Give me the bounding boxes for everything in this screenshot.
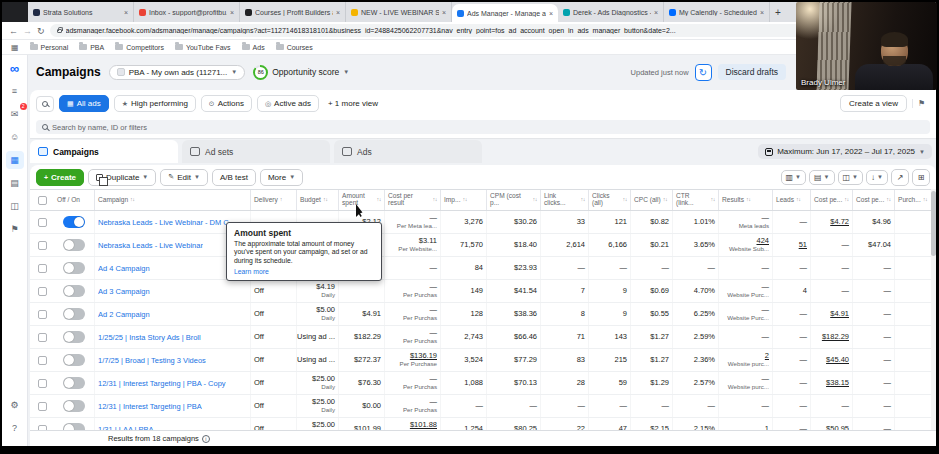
view-chip[interactable]: ▦All ads [59,95,109,112]
charts-button[interactable]: ↗ [891,169,909,186]
view-chip[interactable]: ◎Active ads [257,95,319,112]
campaign-link[interactable]: Nebraska Leads - Live Webinar - DM C... [98,218,235,227]
cell-value[interactable]: $45.40 [826,356,849,365]
tab-close-icon[interactable]: × [230,9,234,16]
column-header[interactable]: Imp...↑↓ [440,190,486,210]
bookmark-item[interactable]: Competitors [115,44,164,51]
campaign-toggle[interactable] [63,308,85,320]
account-selector[interactable]: PBA - My own ads (11271... ▼ [109,65,246,80]
row-checkbox[interactable] [38,241,47,250]
cell-value[interactable]: $4.91 [830,310,849,319]
scrollbar-thumb[interactable] [931,191,936,256]
new-tab-button[interactable]: + [770,2,786,22]
cell-value[interactable]: 51 [799,241,807,250]
ab-test-button[interactable]: A/B test [212,169,256,186]
more-button[interactable]: More▼ [260,169,303,186]
notifications-icon[interactable]: ✉2 [6,105,24,123]
campaigns-icon[interactable]: ▦ [6,151,24,169]
edit-button[interactable]: ✎Edit▼ [160,169,208,186]
campaign-link[interactable]: 1/25/25 | Insta Story Ads | Broll [98,333,201,342]
browser-tab[interactable]: My Calendly - Scheduled ...× [664,2,770,22]
table-row[interactable]: Ad 2 CampaignOff$5.00Daily$4.91—Per Purc… [30,303,936,326]
column-header[interactable]: Leads↑↓ [772,190,810,210]
column-header[interactable]: Amount spent↑↓ [338,190,384,210]
tab-close-icon[interactable]: × [336,9,340,16]
bookmark-item[interactable]: PBA [79,44,104,51]
tab-ad-sets[interactable]: Ad sets [182,140,330,163]
url-bar[interactable]: adsmanager.facebook.com/adsmanager/manag… [50,24,883,37]
help-icon[interactable]: ? [6,419,24,437]
tab-close-icon[interactable]: × [654,9,658,16]
column-header[interactable]: CPC (all)↑↓ [630,190,672,210]
table-row[interactable]: 12/31 | Interest Targeting | PBA - CopyO… [30,372,936,395]
bookmark-item[interactable]: Personal [30,44,69,51]
table-row[interactable]: 1/31 | LAA | PBAOff$25.00Daily$101.99$10… [30,418,936,430]
date-range-selector[interactable]: Maximum: Jun 17, 2022 – Jul 17, 2025 ▼ [758,144,932,159]
campaign-toggle[interactable] [63,331,85,343]
campaign-toggle[interactable] [63,400,85,412]
view-chip[interactable]: ★High performing [114,95,196,112]
column-header[interactable]: Budget↑↓ [296,190,338,210]
campaign-toggle[interactable] [63,354,85,366]
search-input[interactable]: Search by name, ID or filters [36,120,930,134]
columns-button[interactable]: ▥▼ [781,170,807,185]
learn-more-link[interactable]: Learn more [234,268,374,275]
row-checkbox[interactable] [38,310,47,319]
billing-icon[interactable]: ⚑ [6,220,24,238]
browser-tab[interactable]: Strata Solutions× [28,2,134,22]
campaign-toggle[interactable] [63,377,85,389]
meta-logo[interactable]: ∞ [6,59,24,77]
table-row[interactable]: Ad 4 CampaignOff—84$23.93————————— [30,257,936,280]
browser-tab[interactable]: Inbox - support@profitbu...× [134,2,240,22]
table-row[interactable]: 1/7/25 | Broad | Testing 3 VideosOffUsin… [30,349,936,372]
more-views-button[interactable]: + 1 more view [324,99,382,108]
column-header[interactable]: Link clicks...↑↓ [540,190,588,210]
expand-button[interactable]: ⊞ [912,169,930,186]
campaign-link[interactable]: Ad 4 Campaign [98,264,150,273]
column-header[interactable]: Cost pe...↑↓ [852,190,894,210]
column-header[interactable]: Cost pe...↑↓ [810,190,852,210]
campaign-link[interactable]: 12/31 | Interest Targeting | PBA [98,402,202,411]
support-icon[interactable]: ☺ [6,128,24,146]
apps-icon[interactable]: ▦ [11,43,19,52]
table-row[interactable]: 1/25/25 | Insta Story Ads | BrollOffUsin… [30,326,936,349]
forward-icon[interactable]: → [23,26,32,36]
create-button[interactable]: +Create [36,169,84,186]
cell-value[interactable]: $38.15 [826,379,849,388]
column-header[interactable]: Clicks (all)↑↓ [588,190,630,210]
create-view-button[interactable]: Create a view [840,95,907,112]
campaign-toggle[interactable] [63,262,85,274]
search-button[interactable] [36,96,54,112]
column-header[interactable]: Delivery↑ [250,190,296,210]
table-row[interactable]: Nebraska Leads - Live Webinar$3.11Per We… [30,234,936,257]
column-header[interactable]: Off / On [54,190,94,210]
reload-icon[interactable]: ↻ [37,26,45,36]
select-all-checkbox[interactable] [38,196,47,205]
row-checkbox[interactable] [38,379,47,388]
campaign-link[interactable]: 12/31 | Interest Targeting | PBA - Copy [98,379,226,388]
reports-icon[interactable]: ▤ [6,174,24,192]
table-row[interactable]: Nebraska Leads - Live Webinar - DM C...$… [30,211,936,234]
discard-drafts-button[interactable]: Discard drafts [718,64,786,80]
column-header[interactable]: Cost per result↑↓ [384,190,440,210]
export-button[interactable]: ↓▼ [866,170,888,185]
bookmark-item[interactable]: YouTube Favs [175,44,231,51]
bookmark-item[interactable]: Courses [276,44,313,51]
tab-close-icon[interactable]: × [124,9,128,16]
campaign-link[interactable]: 1/7/25 | Broad | Testing 3 Videos [98,356,206,365]
row-checkbox[interactable] [38,287,47,296]
opportunity-score[interactable]: 86 Opportunity score ▼ [253,65,349,80]
breakdown-button[interactable]: ▤▼ [809,170,835,185]
bookmark-item[interactable]: Ads [242,44,265,51]
settings-icon[interactable]: ⚙ [6,396,24,414]
cell-value[interactable]: $182.29 [822,333,849,342]
row-checkbox[interactable] [38,356,47,365]
pin-view-icon[interactable]: ⚑ [912,99,930,108]
browser-tab[interactable]: Derek - Ads Diagnostics -...× [558,2,664,22]
refresh-button[interactable]: ↻ [695,64,712,81]
campaign-toggle[interactable] [63,239,85,251]
menu-icon[interactable]: ≡ [6,82,24,100]
audiences-icon[interactable]: ◫ [6,197,24,215]
tab-close-icon[interactable]: × [442,9,446,16]
campaign-toggle[interactable] [63,216,85,228]
